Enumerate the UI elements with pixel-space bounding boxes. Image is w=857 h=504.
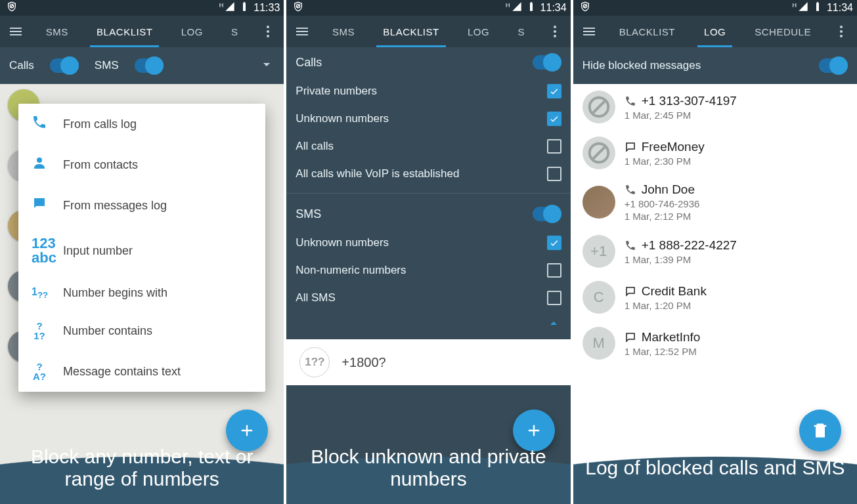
filter-sms-switch[interactable] [135,58,164,73]
tab-blacklist[interactable]: BLACKLIST [376,16,445,47]
toolbar: BLACKLIST LOG SCHEDULE [573,16,857,47]
signal-h-icon: H [506,2,510,9]
option-label: All calls while VoIP is established [296,167,459,180]
tab-schedule[interactable]: S [225,16,245,47]
more-button[interactable] [539,24,571,39]
block-icon [582,91,615,123]
log-item[interactable]: M MarketInfo 1 Mar, 12:52 PM [573,320,857,366]
log-item[interactable]: +1 +1 888-222-4227 1 Mar, 1:39 PM [573,228,857,274]
checkbox[interactable] [547,112,561,126]
opt-all-calls-voip[interactable]: All calls while VoIP is established [286,160,570,188]
status-time: 11:33 [253,2,280,14]
tab-blacklist[interactable]: BLACKLIST [613,16,682,47]
popup-label: Input number [63,244,133,258]
menu-button[interactable] [286,24,318,39]
chat-icon [32,196,47,215]
battery-icon [239,1,250,14]
hide-blocked-bar: Hide blocked messages [573,47,857,84]
status-bar: H 11:33 [0,0,284,16]
sms-switch[interactable] [533,207,561,221]
tab-schedule[interactable]: SCHEDULE [748,16,818,47]
expand-icon[interactable] [259,56,275,75]
popup-from-calls-log[interactable]: From calls log [18,104,265,144]
signal-h-icon: H [792,2,797,9]
log-item[interactable]: C Credit Bank 1 Mar, 1:20 PM [573,274,857,320]
opt-sms-nonnumeric[interactable]: Non-numeric numbers [286,257,570,284]
log-time: 1 Mar, 2:12 PM [625,211,848,222]
calls-title: Calls [296,56,322,70]
log-item[interactable]: John Doe +1 800-746-2936 1 Mar, 2:12 PM [573,176,857,228]
add-number-popup: From calls log From contacts From messag… [18,104,265,392]
app-shield-icon [7,1,17,14]
popup-number-contains[interactable]: ?1? Number contains [18,310,265,351]
message-icon [625,141,636,153]
popup-from-messages-log[interactable]: From messages log [18,185,265,226]
checkbox[interactable] [547,84,561,98]
menu-button[interactable] [0,24,32,39]
screen-2: H 11:34 SMS BLACKLIST LOG S Calls Privat… [284,0,570,504]
popup-label: From messages log [63,199,167,213]
collapse-row[interactable] [286,312,570,339]
signal-h-icon: H [219,2,224,9]
text-contains-icon: ?A? [32,362,47,381]
calls-switch[interactable] [533,55,561,70]
checkbox[interactable] [547,139,561,154]
tab-log[interactable]: LOG [175,16,209,47]
battery-icon [812,1,823,14]
tab-sms[interactable]: SMS [39,16,75,47]
checkbox[interactable] [547,167,561,181]
person-icon [32,155,47,175]
battery-icon [526,1,537,14]
status-bar: H 11:34 [286,0,570,16]
option-label: All calls [296,140,334,153]
tab-sms[interactable]: SMS [326,16,361,47]
app-shield-icon [293,1,303,14]
calls-section-head: Calls [286,47,570,77]
tabs: SMS BLACKLIST LOG S [318,16,538,47]
tab-log[interactable]: LOG [461,16,496,47]
opt-sms-all[interactable]: All SMS [286,284,570,312]
popup-input-number[interactable]: 123abc Input number [18,226,265,276]
popup-label: From calls log [63,117,137,131]
log-time: 1 Mar, 1:20 PM [625,300,848,311]
signal-icon [798,1,808,14]
option-label: Unknown numbers [296,236,389,249]
more-button[interactable] [825,24,857,39]
log-item[interactable]: FreeMoney 1 Mar, 2:30 PM [573,130,857,176]
filter-calls-switch[interactable] [50,58,79,73]
popup-number-begins-with[interactable]: 1?? Number begins with [18,276,265,310]
checkbox[interactable] [547,263,561,278]
screen-1: H 11:33 SMS BLACKLIST LOG S Calls SMS [0,0,284,504]
rule-text: +1800? [341,355,385,370]
filter-calls-label: Calls [9,59,34,72]
hide-blocked-switch[interactable] [819,58,848,73]
log-title: Credit Bank [642,284,707,299]
tabs: SMS BLACKLIST LOG S [32,16,252,47]
caption: Block unknown and private numbers [286,432,570,504]
popup-label: Number begins with [63,286,167,300]
blacklist-rule[interactable]: 1?? +1800? [286,339,570,385]
avatar: C [582,281,615,314]
opt-sms-unknown[interactable]: Unknown numbers [286,229,570,257]
menu-button[interactable] [573,24,605,39]
tab-blacklist[interactable]: BLACKLIST [90,16,159,47]
popup-label: From contacts [63,158,138,172]
contains-icon: ?1? [32,321,47,341]
popup-from-contacts[interactable]: From contacts [18,144,265,185]
tab-schedule[interactable]: S [511,16,531,47]
toolbar: SMS BLACKLIST LOG S [0,16,284,47]
more-button[interactable] [252,24,284,39]
tab-log[interactable]: LOG [697,16,732,47]
opt-unknown-numbers[interactable]: Unknown numbers [286,105,570,133]
opt-all-calls[interactable]: All calls [286,133,570,160]
checkbox[interactable] [547,236,561,250]
rule-icon: 1?? [299,347,330,377]
log-title: FreeMoney [642,140,705,154]
checkbox[interactable] [547,291,561,305]
log-item[interactable]: +1 313-307-4197 1 Mar, 2:45 PM [573,84,857,130]
log-time: 1 Mar, 1:39 PM [625,254,848,265]
opt-private-numbers[interactable]: Private numbers [286,77,570,105]
hide-blocked-label: Hide blocked messages [582,59,701,72]
filter-sms-label: SMS [95,59,119,72]
popup-message-contains-text[interactable]: ?A? Message contains text [18,351,265,392]
